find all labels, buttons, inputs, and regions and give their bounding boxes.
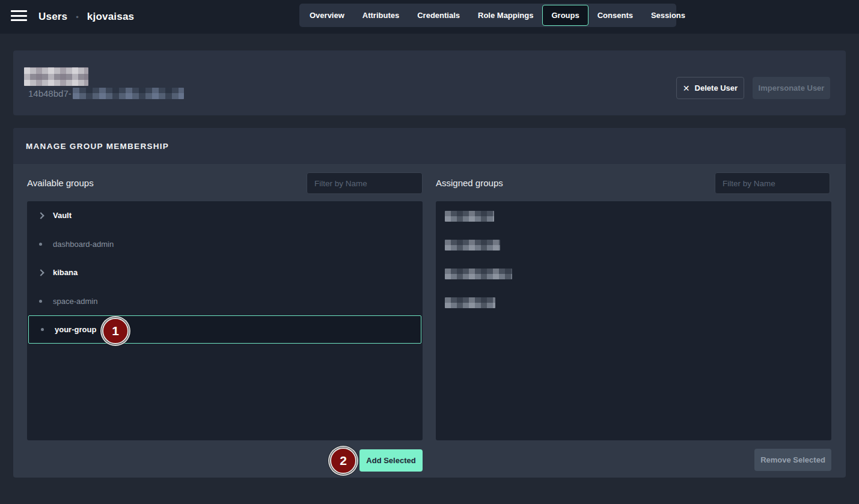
group-row-vault[interactable]: Vault [27, 201, 423, 230]
available-groups-label: Available groups [27, 172, 94, 193]
assigned-groups-filter-input[interactable] [715, 172, 830, 194]
user-id: 14b48bd7- [28, 87, 184, 99]
manage-group-membership-section: MANAGE GROUP MEMBERSHIP Available groups… [13, 128, 846, 478]
breadcrumb-username: kjovaisas [87, 11, 134, 23]
chevron-right-icon[interactable] [37, 270, 50, 275]
tab-credentials[interactable]: Credentials [408, 5, 469, 26]
top-navigation-bar: Users • kjovaisas Overview Attributes Cr… [0, 0, 859, 34]
redacted-user-id [73, 88, 184, 99]
group-row-space-admin[interactable]: space-admin [27, 287, 423, 316]
group-row-your-group-selected[interactable]: your-group [28, 315, 421, 344]
redacted-assigned-group [445, 240, 500, 250]
add-selected-button[interactable]: Add Selected [359, 449, 423, 472]
remove-selected-button-disabled[interactable]: Remove Selected [754, 449, 831, 471]
delete-user-label: Delete User [695, 83, 738, 93]
user-detail-tabs: Overview Attributes Credentials Role Map… [299, 4, 676, 27]
group-name: dashboard-admin [53, 240, 114, 249]
breadcrumb-separator-icon: • [76, 13, 79, 22]
delete-user-button[interactable]: ✕ Delete User [676, 77, 744, 99]
user-info-card: 14b48bd7- ✕ Delete User Impersonate User [13, 50, 846, 115]
redacted-assigned-group [445, 211, 494, 222]
group-row-kibana[interactable]: kibana [27, 258, 423, 287]
hamburger-menu-icon[interactable] [11, 10, 27, 23]
tab-consents[interactable]: Consents [588, 5, 642, 26]
redacted-assigned-group [445, 297, 495, 308]
group-row-dashboard-admin[interactable]: dashboard-admin [27, 230, 423, 259]
annotation-step-2-badge: 2 [330, 448, 356, 474]
bullet-icon [39, 328, 52, 331]
chevron-right-icon[interactable] [37, 213, 50, 218]
breadcrumb: Users • kjovaisas [38, 0, 134, 34]
annotation-number: 2 [340, 454, 347, 468]
available-groups-filter-input[interactable] [307, 172, 423, 194]
bullet-icon [37, 243, 50, 246]
add-selected-label: Add Selected [366, 456, 415, 465]
user-id-prefix: 14b48bd7- [28, 88, 72, 99]
group-name: Vault [53, 211, 72, 220]
remove-selected-label: Remove Selected [760, 455, 825, 464]
annotation-number: 1 [112, 324, 119, 338]
section-title: MANAGE GROUP MEMBERSHIP [26, 142, 169, 151]
annotation-step-1-badge: 1 [102, 318, 129, 344]
redacted-user-display-name [24, 67, 88, 86]
section-header: MANAGE GROUP MEMBERSHIP [13, 128, 846, 164]
tab-overview[interactable]: Overview [301, 5, 353, 26]
tab-sessions[interactable]: Sessions [642, 5, 694, 26]
tab-attributes[interactable]: Attributes [353, 5, 408, 26]
bullet-icon [37, 300, 50, 303]
impersonate-user-button-disabled[interactable]: Impersonate User [753, 77, 830, 99]
page: Users • kjovaisas Overview Attributes Cr… [0, 0, 859, 504]
breadcrumb-users-link[interactable]: Users [38, 11, 67, 23]
close-x-icon: ✕ [683, 83, 690, 93]
assigned-groups-list [436, 201, 831, 440]
available-groups-list: Vault dashboard-admin kibana space-admin… [27, 201, 423, 440]
assigned-groups-label: Assigned groups [436, 172, 503, 193]
group-name: kibana [53, 268, 78, 277]
tab-role-mappings[interactable]: Role Mappings [469, 5, 542, 26]
redacted-assigned-group [445, 269, 512, 279]
group-name: your-group [55, 325, 96, 334]
tab-groups[interactable]: Groups [542, 5, 588, 26]
impersonate-user-label: Impersonate User [759, 83, 825, 93]
group-name: space-admin [53, 297, 97, 306]
